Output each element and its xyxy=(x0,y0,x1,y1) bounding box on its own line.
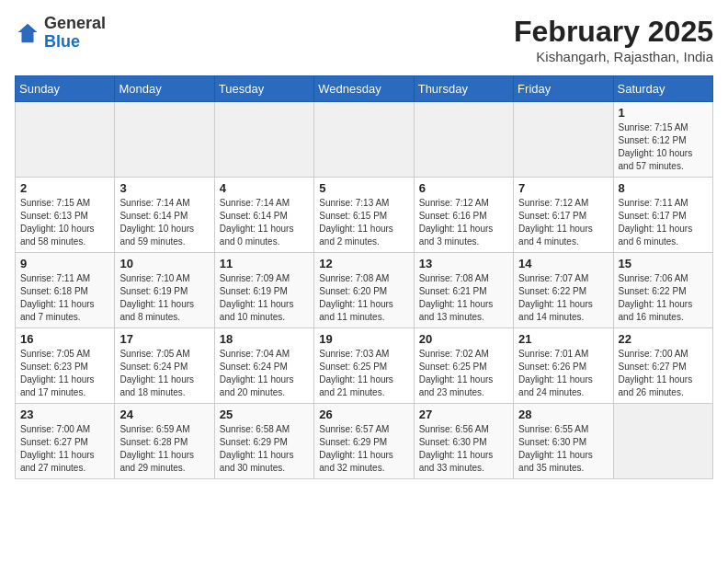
day-number: 28 xyxy=(518,408,608,421)
day-info: Sunrise: 6:57 AM Sunset: 6:29 PM Dayligh… xyxy=(319,423,408,475)
day-cell: 18Sunrise: 7:04 AM Sunset: 6:24 PM Dayli… xyxy=(214,328,313,404)
day-cell: 3Sunrise: 7:14 AM Sunset: 6:14 PM Daylig… xyxy=(115,178,214,253)
day-cell: 27Sunrise: 6:56 AM Sunset: 6:30 PM Dayli… xyxy=(414,404,513,479)
day-number: 5 xyxy=(319,181,408,195)
week-row-2: 2Sunrise: 7:15 AM Sunset: 6:13 PM Daylig… xyxy=(16,178,713,253)
day-number: 12 xyxy=(319,257,408,270)
weekday-header-sunday: Sunday xyxy=(16,76,115,102)
day-cell: 19Sunrise: 7:03 AM Sunset: 6:25 PM Dayli… xyxy=(314,328,414,404)
day-cell: 2Sunrise: 7:15 AM Sunset: 6:13 PM Daylig… xyxy=(16,178,115,253)
title-block: February 2025 Kishangarh, Rajasthan, Ind… xyxy=(514,15,713,64)
day-cell xyxy=(16,102,115,178)
calendar-table: SundayMondayTuesdayWednesdayThursdayFrid… xyxy=(15,75,713,479)
week-row-4: 16Sunrise: 7:05 AM Sunset: 6:23 PM Dayli… xyxy=(16,328,713,404)
day-number: 23 xyxy=(20,408,109,421)
day-number: 6 xyxy=(419,181,508,195)
day-number: 27 xyxy=(419,408,508,421)
day-number: 15 xyxy=(619,257,708,270)
day-number: 22 xyxy=(619,332,708,346)
day-info: Sunrise: 7:11 AM Sunset: 6:18 PM Dayligh… xyxy=(20,272,109,324)
day-number: 25 xyxy=(220,408,309,421)
day-number: 19 xyxy=(319,332,408,346)
day-cell: 12Sunrise: 7:08 AM Sunset: 6:20 PM Dayli… xyxy=(314,253,414,328)
day-info: Sunrise: 6:58 AM Sunset: 6:29 PM Dayligh… xyxy=(220,423,309,475)
day-info: Sunrise: 6:56 AM Sunset: 6:30 PM Dayligh… xyxy=(419,423,508,475)
day-cell: 1Sunrise: 7:15 AM Sunset: 6:12 PM Daylig… xyxy=(613,102,712,178)
day-info: Sunrise: 7:08 AM Sunset: 6:21 PM Dayligh… xyxy=(419,272,508,324)
day-cell: 15Sunrise: 7:06 AM Sunset: 6:22 PM Dayli… xyxy=(613,253,712,328)
location: Kishangarh, Rajasthan, India xyxy=(514,49,713,64)
day-info: Sunrise: 7:15 AM Sunset: 6:13 PM Dayligh… xyxy=(20,197,109,248)
day-info: Sunrise: 7:03 AM Sunset: 6:25 PM Dayligh… xyxy=(319,348,408,399)
day-info: Sunrise: 7:00 AM Sunset: 6:27 PM Dayligh… xyxy=(20,423,109,475)
day-info: Sunrise: 7:05 AM Sunset: 6:23 PM Dayligh… xyxy=(20,348,109,399)
logo-text: General Blue xyxy=(44,15,106,52)
day-info: Sunrise: 7:15 AM Sunset: 6:12 PM Dayligh… xyxy=(619,121,708,173)
week-row-3: 9Sunrise: 7:11 AM Sunset: 6:18 PM Daylig… xyxy=(16,253,713,328)
day-cell xyxy=(514,102,613,178)
day-cell: 14Sunrise: 7:07 AM Sunset: 6:22 PM Dayli… xyxy=(514,253,613,328)
day-info: Sunrise: 7:09 AM Sunset: 6:19 PM Dayligh… xyxy=(220,272,309,324)
day-cell: 21Sunrise: 7:01 AM Sunset: 6:26 PM Dayli… xyxy=(514,328,613,404)
day-cell: 6Sunrise: 7:12 AM Sunset: 6:16 PM Daylig… xyxy=(414,178,513,253)
day-number: 2 xyxy=(20,181,109,195)
day-info: Sunrise: 7:12 AM Sunset: 6:16 PM Dayligh… xyxy=(419,197,508,248)
logo-icon xyxy=(15,20,40,46)
day-info: Sunrise: 7:01 AM Sunset: 6:26 PM Dayligh… xyxy=(518,348,608,399)
month-title: February 2025 xyxy=(514,15,713,49)
day-cell: 9Sunrise: 7:11 AM Sunset: 6:18 PM Daylig… xyxy=(16,253,115,328)
day-cell: 20Sunrise: 7:02 AM Sunset: 6:25 PM Dayli… xyxy=(414,328,513,404)
day-cell: 8Sunrise: 7:11 AM Sunset: 6:17 PM Daylig… xyxy=(613,178,712,253)
day-info: Sunrise: 7:00 AM Sunset: 6:27 PM Dayligh… xyxy=(619,348,708,399)
weekday-header-saturday: Saturday xyxy=(613,76,712,102)
week-row-5: 23Sunrise: 7:00 AM Sunset: 6:27 PM Dayli… xyxy=(16,404,713,479)
day-info: Sunrise: 7:04 AM Sunset: 6:24 PM Dayligh… xyxy=(220,348,309,399)
day-cell: 13Sunrise: 7:08 AM Sunset: 6:21 PM Dayli… xyxy=(414,253,513,328)
day-info: Sunrise: 7:11 AM Sunset: 6:17 PM Dayligh… xyxy=(619,197,708,248)
day-info: Sunrise: 6:59 AM Sunset: 6:28 PM Dayligh… xyxy=(119,423,209,475)
day-info: Sunrise: 7:08 AM Sunset: 6:20 PM Dayligh… xyxy=(319,272,408,324)
day-cell xyxy=(115,102,214,178)
day-number: 17 xyxy=(119,332,209,346)
weekday-header-row: SundayMondayTuesdayWednesdayThursdayFrid… xyxy=(16,76,713,102)
day-number: 26 xyxy=(319,408,408,421)
day-cell: 11Sunrise: 7:09 AM Sunset: 6:19 PM Dayli… xyxy=(214,253,313,328)
day-number: 16 xyxy=(20,332,109,346)
day-info: Sunrise: 7:05 AM Sunset: 6:24 PM Dayligh… xyxy=(119,348,209,399)
day-number: 7 xyxy=(518,181,608,195)
day-cell: 16Sunrise: 7:05 AM Sunset: 6:23 PM Dayli… xyxy=(16,328,115,404)
day-cell: 7Sunrise: 7:12 AM Sunset: 6:17 PM Daylig… xyxy=(514,178,613,253)
logo: General Blue xyxy=(15,15,106,52)
day-number: 3 xyxy=(119,181,209,195)
day-cell xyxy=(613,404,712,479)
day-number: 21 xyxy=(518,332,608,346)
day-cell: 5Sunrise: 7:13 AM Sunset: 6:15 PM Daylig… xyxy=(314,178,414,253)
week-row-1: 1Sunrise: 7:15 AM Sunset: 6:12 PM Daylig… xyxy=(16,102,713,178)
day-number: 4 xyxy=(220,181,309,195)
weekday-header-wednesday: Wednesday xyxy=(314,76,414,102)
day-cell: 17Sunrise: 7:05 AM Sunset: 6:24 PM Dayli… xyxy=(115,328,214,404)
day-cell: 26Sunrise: 6:57 AM Sunset: 6:29 PM Dayli… xyxy=(314,404,414,479)
day-info: Sunrise: 7:12 AM Sunset: 6:17 PM Dayligh… xyxy=(518,197,608,248)
day-cell xyxy=(214,102,313,178)
day-cell: 25Sunrise: 6:58 AM Sunset: 6:29 PM Dayli… xyxy=(214,404,313,479)
day-cell xyxy=(314,102,414,178)
day-cell: 4Sunrise: 7:14 AM Sunset: 6:14 PM Daylig… xyxy=(214,178,313,253)
day-number: 13 xyxy=(419,257,508,270)
day-cell: 28Sunrise: 6:55 AM Sunset: 6:30 PM Dayli… xyxy=(514,404,613,479)
weekday-header-thursday: Thursday xyxy=(414,76,513,102)
day-cell: 24Sunrise: 6:59 AM Sunset: 6:28 PM Dayli… xyxy=(115,404,214,479)
day-number: 8 xyxy=(619,181,708,195)
page-header: General Blue February 2025 Kishangarh, R… xyxy=(15,15,713,64)
day-info: Sunrise: 7:14 AM Sunset: 6:14 PM Dayligh… xyxy=(220,197,309,248)
day-number: 20 xyxy=(419,332,508,346)
day-number: 11 xyxy=(220,257,309,270)
weekday-header-tuesday: Tuesday xyxy=(214,76,313,102)
day-number: 24 xyxy=(119,408,209,421)
day-info: Sunrise: 7:10 AM Sunset: 6:19 PM Dayligh… xyxy=(119,272,209,324)
day-info: Sunrise: 6:55 AM Sunset: 6:30 PM Dayligh… xyxy=(518,423,608,475)
day-number: 1 xyxy=(619,106,708,120)
day-number: 10 xyxy=(119,257,209,270)
day-info: Sunrise: 7:06 AM Sunset: 6:22 PM Dayligh… xyxy=(619,272,708,324)
day-info: Sunrise: 7:02 AM Sunset: 6:25 PM Dayligh… xyxy=(419,348,508,399)
